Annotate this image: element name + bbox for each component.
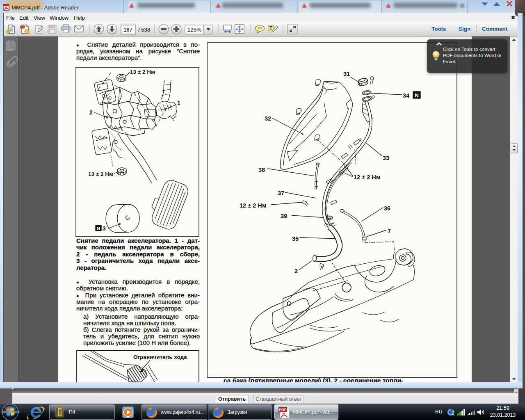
svg-text:33: 33 — [383, 155, 389, 161]
svg-text:12 ± 2 Нм: 12 ± 2 Нм — [354, 174, 380, 180]
svg-text:2: 2 — [294, 268, 298, 274]
svg-text:38: 38 — [258, 167, 265, 173]
svg-text:13 ± 2 Нм: 13 ± 2 Нм — [130, 69, 155, 75]
svg-text:36: 36 — [384, 205, 390, 212]
svg-text:3: 3 — [103, 225, 106, 232]
svg-text:13 ± 2 Нм: 13 ± 2 Нм — [88, 171, 113, 177]
svg-text:PDF: PDF — [279, 408, 287, 412]
svg-text:31: 31 — [343, 71, 350, 77]
svg-text:37: 37 — [278, 190, 284, 196]
svg-text:Ограничитель хода: Ограничитель хода — [133, 354, 187, 360]
svg-text:32: 32 — [265, 115, 271, 122]
svg-text:39: 39 — [281, 213, 287, 219]
svg-text:35: 35 — [292, 235, 299, 242]
svg-text:N: N — [415, 92, 418, 98]
svg-text:N: N — [97, 226, 100, 231]
svg-text:1: 1 — [177, 100, 180, 106]
svg-text:12 ± 2 Нм: 12 ± 2 Нм — [240, 202, 266, 209]
svg-text:34: 34 — [403, 92, 409, 99]
svg-text:2: 2 — [89, 109, 93, 116]
svg-text:7: 7 — [388, 228, 391, 234]
